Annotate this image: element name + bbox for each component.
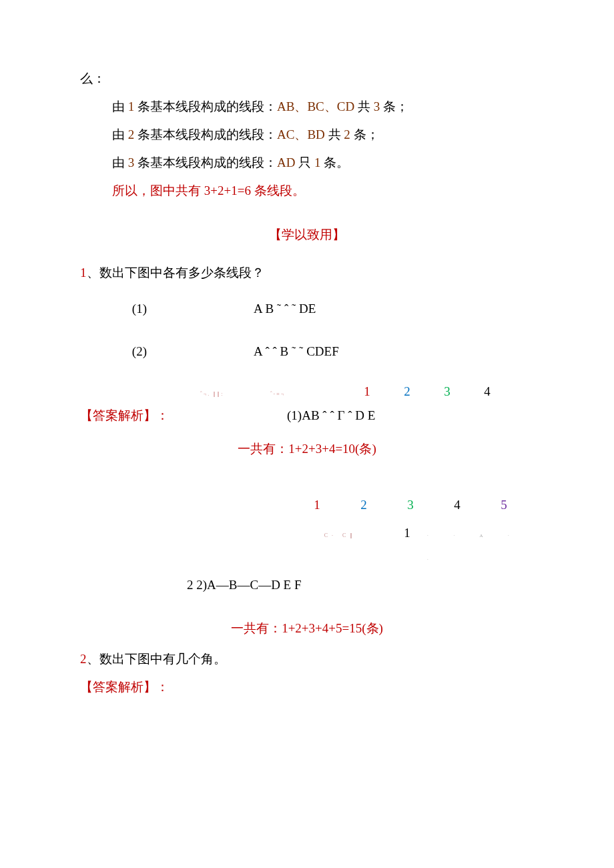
ans2-n1: 1	[294, 493, 340, 517]
deco-ticks: · · A · ·	[427, 533, 521, 562]
ans2-mid-one: 1	[387, 521, 427, 545]
ans1-n2: 2	[387, 380, 427, 404]
q2-text: 数出下图中有几个角。	[99, 652, 226, 666]
ans1-n3: 3	[427, 380, 467, 404]
segments: AB、BC、CD	[277, 99, 354, 113]
text: 条；	[380, 99, 408, 113]
q1-text: 数出下图中各有多少条线段？	[99, 266, 264, 280]
ans2-total: 一共有：1+2+3+4+5=15(条)	[80, 616, 534, 640]
text: 由	[112, 155, 128, 169]
q1-sub1-diagram: A B ˜ ˆ ˜ DE	[174, 297, 534, 321]
q1-answer-label: 【答案解析】：	[80, 404, 174, 428]
ans1-total: 一共有：1+2+3+4=10(条)	[80, 437, 534, 461]
text: 条基本线段构成的线段：	[134, 127, 277, 141]
ans2-diagram-row: 2 2)A—B—C—D E F	[80, 573, 534, 597]
q1-sep: 、	[87, 266, 99, 280]
num: 3	[128, 155, 135, 169]
intro-line-1: 由 1 条基本线段构成的线段：AB、BC、CD 共 3 条；	[80, 95, 534, 119]
question-1: 1、数出下图中各有多少条线段？	[80, 261, 534, 285]
deco-tiny-2: ˆ-≡¬	[270, 391, 285, 397]
q2-answer-label: 【答案解析】：	[80, 675, 534, 699]
text: 条。	[320, 155, 349, 169]
question-2: 2、数出下图中有几个角。	[80, 647, 534, 671]
q1-sub2-diagram: A ˆ ˆ B ˜ ˜ CDEF	[174, 340, 534, 364]
deco-tiny-1: ˆ¬. ‖‖:	[200, 391, 224, 397]
num: 1	[128, 99, 135, 113]
q1-sub2-row: (2) A ˆ ˆ B ˜ ˜ CDEF	[80, 340, 534, 364]
text: 条；	[350, 127, 379, 141]
q2-number: 2	[80, 652, 87, 666]
q1-sub1-row: (1) A B ˜ ˆ ˜ DE	[80, 297, 534, 321]
text: 条基本线段构成的线段：	[134, 155, 277, 169]
ans1-diagram: (1)AB ˆ ˆ Γ ˆ D E	[174, 404, 534, 428]
ans2-mid-row: C· C‖ 1 · · A · ·	[80, 521, 534, 569]
q2-sep: 、	[87, 652, 99, 666]
ans1-n4: 4	[467, 380, 507, 404]
text: 条基本线段构成的线段：	[134, 99, 277, 113]
ans2-n4: 4	[434, 493, 481, 517]
ans1-n1: 1	[347, 380, 387, 404]
deco-tiny-3: C· C‖	[324, 532, 357, 538]
q1-sub1-label: (1)	[80, 297, 174, 321]
intro-conclusion: 所以，图中共有 3+2+1=6 条线段。	[80, 179, 534, 203]
text: 共	[354, 99, 374, 113]
ans2-numbers-row: 12345	[80, 493, 534, 517]
num: 2	[128, 127, 135, 141]
text: 共	[325, 127, 344, 141]
segments: AD	[277, 155, 295, 169]
ans2-n3: 3	[387, 493, 434, 517]
ans2-n2: 2	[340, 493, 387, 517]
intro-line-3: 由 3 条基本线段构成的线段：AD 只 1 条。	[80, 151, 534, 175]
count: 2	[344, 127, 350, 141]
intro-line-2: 由 2 条基本线段构成的线段：AC、BD 共 2 条；	[80, 123, 534, 147]
text: 由	[112, 127, 128, 141]
intro-fragment: 么：	[80, 67, 534, 91]
q1-sub2-label: (2)	[80, 340, 174, 364]
count: 3	[374, 99, 380, 113]
text: 由	[112, 99, 128, 113]
text: 只	[295, 155, 314, 169]
q1-number: 1	[80, 266, 87, 280]
section-title: 【学以致用】	[80, 223, 534, 247]
ans2-n5: 5	[481, 493, 527, 517]
q1-answer-row: ˆ¬. ‖‖: ˆ-≡¬ 1234 【答案解析】： (1)AB ˆ ˆ Γ ˆ …	[80, 380, 534, 428]
segments: AC、BD	[277, 127, 325, 141]
